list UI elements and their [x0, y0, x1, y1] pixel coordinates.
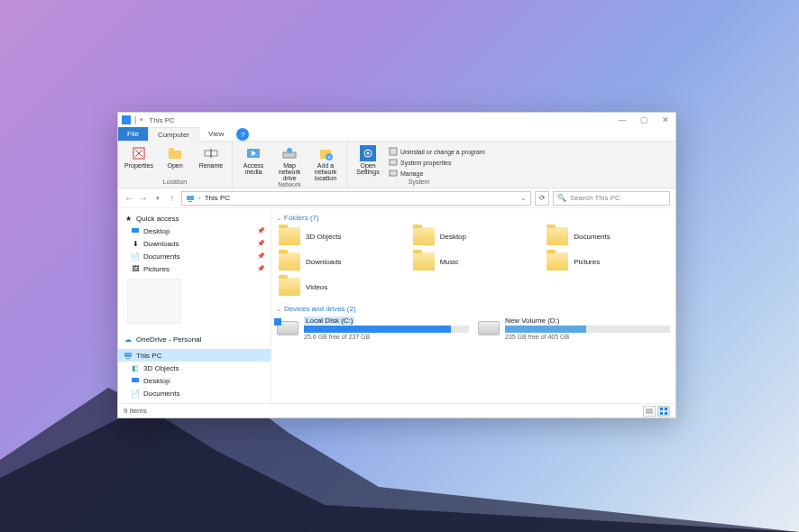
documents-icon: 📄: [131, 389, 140, 398]
open-button[interactable]: Open: [160, 145, 190, 169]
folder-pictures[interactable]: Pictures: [545, 251, 670, 272]
pin-icon: 📌: [257, 240, 265, 247]
svg-rect-19: [188, 201, 192, 202]
group-label-system: System: [409, 179, 429, 186]
ribbon-group-location: Properties Open Rename: [118, 142, 233, 188]
sidebar-this-pc[interactable]: This PC: [118, 349, 271, 362]
folder-icon: [546, 252, 568, 271]
uninstall-button[interactable]: Uninstall or change a program: [389, 147, 485, 156]
sidebar-onedrive[interactable]: ☁ OneDrive - Personal: [118, 333, 271, 345]
access-media-button[interactable]: Access media: [238, 145, 269, 175]
add-location-button[interactable]: + Add a network location: [310, 145, 341, 181]
refresh-button[interactable]: ⟳: [535, 191, 549, 206]
sidebar-item-desktop-pc[interactable]: Desktop: [118, 374, 271, 387]
ribbon-group-system: Open Settings Uninstall or change a prog…: [347, 142, 491, 188]
properties-icon: [131, 145, 147, 161]
drive-free-text: 25.6 GB free of 237 GB: [304, 334, 469, 340]
sidebar-item-documents-pc[interactable]: 📄 Documents: [118, 387, 271, 399]
drive-c[interactable]: Local Disk (C:) 25.6 GB free of 237 GB: [277, 316, 469, 340]
folder-icon: [279, 227, 300, 245]
file-explorer-window: | ▾ This PC — ▢ ✕ File Computer View ?: [117, 112, 676, 418]
tab-view[interactable]: View: [199, 127, 233, 141]
folder-videos[interactable]: Videos: [277, 276, 402, 298]
folders-grid: 3D Objects Desktop Documents Downloads M…: [277, 225, 670, 298]
help-button[interactable]: ?: [236, 128, 249, 141]
view-icons-button[interactable]: [657, 406, 670, 417]
pin-icon: 📌: [257, 227, 265, 234]
svg-text:+: +: [327, 154, 331, 160]
svg-rect-18: [187, 196, 194, 200]
ribbon: Properties Open Rename: [118, 142, 675, 188]
manage-button[interactable]: Manage: [389, 169, 485, 178]
nav-back-button[interactable]: ←: [124, 193, 134, 203]
folder-desktop[interactable]: Desktop: [411, 225, 537, 247]
sidebar-quick-access[interactable]: ★ Quick access: [118, 212, 271, 225]
qat-separator: |: [134, 115, 136, 124]
cube-icon: ◧: [131, 363, 140, 372]
properties-button[interactable]: Properties: [124, 145, 154, 169]
uninstall-icon: [389, 147, 398, 156]
rename-button[interactable]: Rename: [196, 145, 226, 169]
this-pc-icon: [186, 194, 195, 203]
pin-icon: 📌: [257, 252, 265, 260]
drive-name: New Volume (D:): [505, 316, 559, 325]
address-row: ← → ▾ ↑ › This PC ⌄ ⟳ 🔍 Search This PC: [118, 188, 675, 208]
drive-icon: [277, 321, 298, 335]
open-icon: [167, 145, 183, 161]
folder-icon: [413, 227, 435, 245]
svg-rect-15: [390, 148, 397, 155]
window-title: This PC: [149, 116, 174, 124]
documents-icon: 📄: [131, 252, 140, 261]
drive-usage-bar: [505, 326, 670, 333]
system-properties-button[interactable]: System properties: [389, 158, 485, 167]
tab-file[interactable]: File: [118, 127, 148, 141]
folder-icon: [279, 252, 300, 271]
drives-grid: Local Disk (C:) 25.6 GB free of 237 GB N…: [277, 316, 670, 340]
drives-section-header[interactable]: ⌄ Devices and drives (2): [277, 303, 670, 316]
open-settings-button[interactable]: Open Settings: [353, 145, 383, 175]
search-box[interactable]: 🔍 Search This PC: [553, 191, 670, 206]
nav-recent-button[interactable]: ▾: [152, 195, 163, 202]
maximize-button[interactable]: ▢: [638, 115, 650, 124]
chevron-down-icon: ⌄: [277, 306, 281, 312]
pin-icon: 📌: [257, 265, 265, 272]
address-dropdown-icon[interactable]: ⌄: [520, 194, 527, 202]
ribbon-tabs: File Computer View ?: [118, 127, 675, 142]
address-path: This PC: [205, 194, 230, 202]
drive-d[interactable]: New Volume (D:) 235 GB free of 465 GB: [478, 316, 670, 340]
qat-dropdown-icon[interactable]: ▾: [140, 116, 143, 124]
nav-forward-button[interactable]: →: [138, 193, 149, 203]
folder-music[interactable]: Music: [411, 251, 537, 272]
folder-3d-objects[interactable]: 3D Objects: [277, 225, 402, 247]
address-bar[interactable]: › This PC ⌄: [181, 191, 531, 206]
explorer-body: ★ Quick access Desktop 📌 ⬇ Downloads 📌 📄…: [118, 208, 675, 403]
sidebar-item-pictures[interactable]: 🖼 Pictures 📌: [118, 262, 271, 275]
sidebar-item-documents[interactable]: 📄 Documents 📌: [118, 250, 271, 262]
minimize-button[interactable]: —: [616, 115, 629, 124]
folders-section-header[interactable]: ⌄ Folders (7): [277, 212, 670, 225]
folder-documents[interactable]: Documents: [545, 225, 670, 247]
add-location-icon: +: [317, 145, 334, 161]
svg-point-14: [367, 152, 370, 155]
sysprops-icon: [389, 158, 398, 167]
view-details-button[interactable]: [643, 406, 656, 417]
map-drive-icon: [281, 145, 298, 161]
close-button[interactable]: ✕: [659, 115, 672, 124]
map-drive-button[interactable]: Map network drive: [274, 145, 305, 181]
sidebar-item-downloads[interactable]: ⬇ Downloads 📌: [118, 237, 271, 250]
status-item-count: 9 items: [124, 407, 147, 415]
desktop-icon: [131, 226, 140, 235]
svg-rect-29: [660, 412, 663, 415]
status-bar: 9 items: [118, 403, 675, 417]
tab-computer[interactable]: Computer: [148, 127, 199, 142]
folder-icon: [279, 278, 300, 296]
sidebar-item-3d-objects[interactable]: ◧ 3D Objects: [118, 362, 271, 374]
sidebar-item-desktop[interactable]: Desktop 📌: [118, 225, 271, 237]
folder-downloads[interactable]: Downloads: [277, 251, 402, 272]
svg-rect-17: [390, 170, 397, 176]
downloads-icon: ⬇: [131, 239, 140, 248]
svg-rect-21: [124, 353, 132, 357]
sidebar-preview: [127, 279, 181, 324]
drive-name: Local Disk (C:): [304, 316, 354, 325]
nav-up-button[interactable]: ↑: [167, 193, 178, 203]
